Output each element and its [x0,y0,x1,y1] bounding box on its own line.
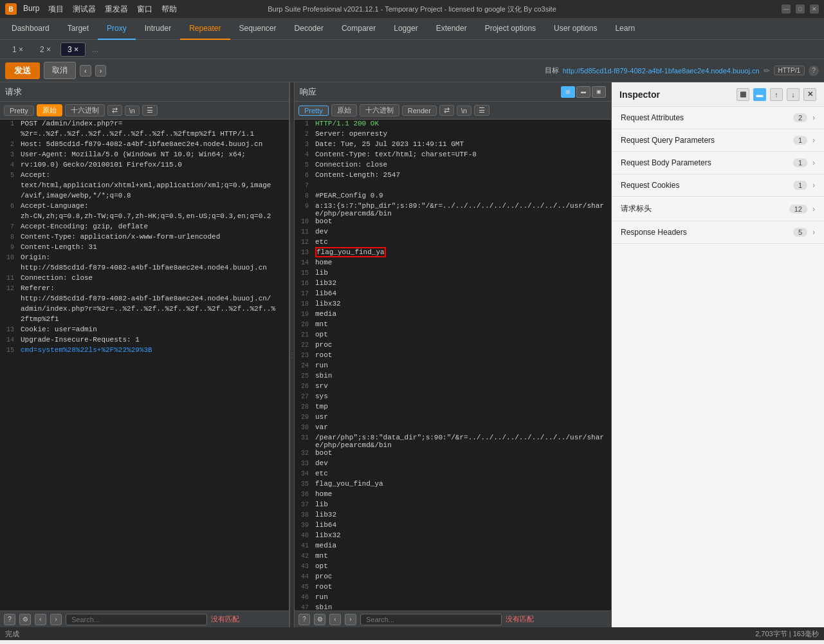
inspector-row-cookies[interactable]: Request Cookies 1 › [612,174,824,197]
panel-divider[interactable]: ⋮ [289,82,295,627]
req-format-hex[interactable]: 十六进制 [65,104,105,116]
req-line-13: 9Content-Length: 31 [0,243,289,253]
menu-help[interactable]: 帮助 [161,4,177,15]
toolbar: 发送 取消 ‹ › 目标 http://5d85cd1d-f879-4082-a… [0,59,824,82]
sub-tab-3[interactable]: 3 × [60,42,86,57]
req-prev-btn[interactable]: ‹ [35,614,46,625]
tab-logger[interactable]: Logger [385,18,426,40]
layout-btn-horizontal[interactable]: ▬ [576,86,591,98]
menu-window[interactable]: 窗口 [137,4,152,15]
menu-burp[interactable]: Burp [23,4,39,15]
req-format-pretty[interactable]: Pretty [4,106,34,116]
cancel-button[interactable]: 取消 [44,62,76,79]
inspector-row-body-params[interactable]: Request Body Parameters 1 › [612,152,824,174]
response-search-input[interactable] [360,614,502,625]
req-format-raw[interactable]: 原始 [37,104,62,116]
resp-line-30: 30var [295,423,611,434]
menu-resender[interactable]: 重发器 [105,4,128,15]
resp-icon-newline[interactable]: \n [457,106,472,116]
req-icon-newline[interactable]: \n [125,106,140,116]
send-button[interactable]: 发送 [5,62,40,79]
resp-line-10: 10boot [295,217,611,228]
tab-proxy[interactable]: Proxy [98,18,136,40]
inspector-close-icon[interactable]: ✕ [803,88,816,101]
response-code-area[interactable]: 1HTTP/1.1 200 OK 2Server: openresty 3Dat… [295,120,611,611]
resp-settings-btn[interactable]: ⚙ [314,614,325,625]
tab-sequencer[interactable]: Sequencer [230,18,286,40]
inspector-row-resp-headers-right: 5 › [793,228,815,237]
layout-btn-split[interactable]: ▦ [561,86,575,98]
inspector-panel: Inspector ▦ ▬ ↑ ↓ ✕ Request Attributes 2… [612,82,824,627]
resp-format-render[interactable]: Render [402,106,437,116]
tab-user-options[interactable]: User options [545,18,606,40]
layout-btn-tabbed[interactable]: ▣ [592,86,606,98]
tab-comparer[interactable]: Comparer [333,18,385,40]
resp-format-hex[interactable]: 十六进制 [360,104,399,116]
sub-tab-plus[interactable]: ... [88,45,102,54]
resp-line-29: 29usr [295,413,611,423]
resp-format-raw[interactable]: 原始 [331,104,357,116]
req-next-btn[interactable]: › [50,614,62,625]
request-code-area[interactable]: 1POST /admin/index.php?r= %2r=..%2f..%2f… [0,120,289,611]
inspector-row-resp-headers-count: 5 [793,228,807,237]
inspector-icon-sort-desc[interactable]: ↓ [787,88,800,101]
target-label: 目标 http://5d85cd1d-f879-4082-a4bf-1bfae8… [545,66,819,76]
req-line-4: 3User-Agent: Mozilla/5.0 (Windows NT 10.… [0,151,289,161]
menu-project[interactable]: 项目 [48,4,64,15]
inspector-row-req-headers-label: 请求标头 [621,203,652,214]
tab-learn[interactable]: Learn [606,18,644,40]
tab-repeater[interactable]: Repeater [180,18,230,40]
inspector-row-cookies-chevron: › [812,181,815,190]
tab-target[interactable]: Target [59,18,98,40]
inspector-row-query-params[interactable]: Request Query Parameters 1 › [612,129,824,152]
close-btn[interactable]: ✕ [810,5,819,14]
resp-prev-btn[interactable]: ‹ [329,614,341,625]
resp-help-btn[interactable]: ? [298,614,310,625]
edit-target-icon[interactable]: ✏ [764,66,770,75]
sub-tab-1[interactable]: 1 × [5,42,30,57]
req-line-20: 2ftmp%2f1 [0,315,289,326]
tab-intruder[interactable]: Intruder [136,18,180,40]
inspector-icon-sort-asc[interactable]: ↑ [770,88,783,101]
req-settings-btn[interactable]: ⚙ [19,614,31,625]
response-panel: 响应 ▦ ▬ ▣ Pretty 原始 十六进制 Render ⇄ \n ☰ 1H… [295,82,612,627]
req-line-16: 11Connection: close [0,274,289,284]
resp-line-26: 26srv [295,382,611,392]
tab-decoder[interactable]: Decoder [286,18,333,40]
maximize-btn[interactable]: □ [796,5,805,14]
resp-next-btn[interactable]: › [345,614,356,625]
req-icon-menu[interactable]: ☰ [142,105,158,116]
tab-dashboard[interactable]: Dashboard [3,18,59,40]
inspector-icon-grid[interactable]: ▦ [737,88,749,101]
help-icon[interactable]: ? [809,66,819,76]
flag-highlight: flag_you_find_ya [315,247,386,257]
tab-extender[interactable]: Extender [427,18,476,40]
menu-tester[interactable]: 测试器 [73,4,96,15]
inspector-row-resp-headers[interactable]: Response Headers 5 › [612,221,824,244]
sub-tab-2[interactable]: 2 × [33,42,58,57]
req-help-btn[interactable]: ? [4,614,15,625]
req-icon-wrap[interactable]: ⇄ [107,105,122,116]
resp-line-11: 11dev [295,228,611,238]
resp-line-44: 44proc [295,573,611,583]
inspector-row-req-headers[interactable]: 请求标头 12 › [612,197,824,221]
resp-line-7: 7 [295,181,611,192]
response-toolbar: Pretty 原始 十六进制 Render ⇄ \n ☰ [295,102,611,120]
resp-icon-wrap[interactable]: ⇄ [439,105,454,116]
resp-line-24: 24run [295,362,611,372]
resp-line-19: 19media [295,310,611,320]
req-line-3: 2Host: 5d85cd1d-f879-4082-a4bf-1bfae8aec… [0,140,289,151]
nav-forward-button[interactable]: › [95,65,107,77]
nav-back-button[interactable]: ‹ [80,65,91,77]
burp-icon: B [5,3,17,15]
tab-project-options[interactable]: Project options [476,18,545,40]
inspector-icon-list[interactable]: ▬ [753,88,766,101]
request-search-input[interactable] [66,614,207,625]
resp-line-33: 33dev [295,459,611,470]
inspector-row-cookies-right: 1 › [793,181,815,190]
inspector-row-attributes[interactable]: Request Attributes 2 › [612,107,824,129]
resp-icon-menu[interactable]: ☰ [474,105,490,116]
inspector-row-body-params-right: 1 › [793,158,815,167]
resp-format-pretty[interactable]: Pretty [298,106,329,116]
minimize-btn[interactable]: — [782,5,791,14]
